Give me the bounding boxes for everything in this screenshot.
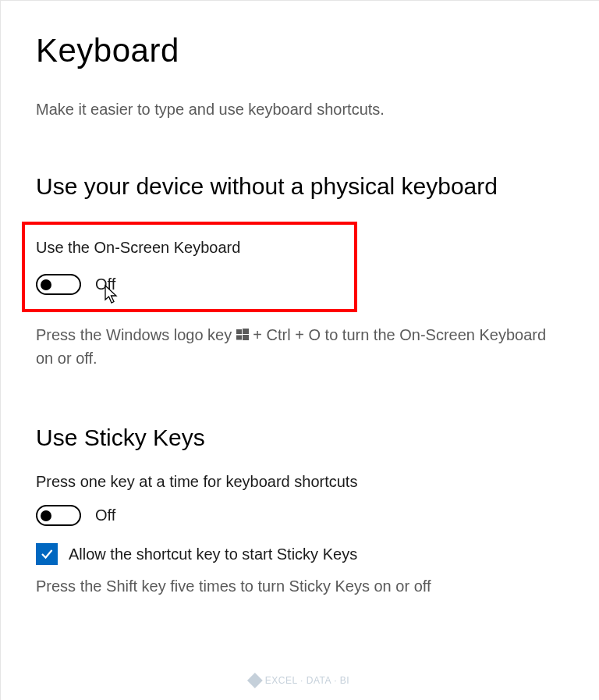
page-title: Keyboard xyxy=(36,32,564,69)
page-subtitle: Make it easier to type and use keyboard … xyxy=(36,101,564,119)
sticky-shortcut-checkbox-label: Allow the shortcut key to start Sticky K… xyxy=(69,545,357,563)
toggle-knob xyxy=(41,279,51,290)
onscreen-toggle-row: Off xyxy=(36,274,343,295)
onscreen-toggle[interactable] xyxy=(36,274,81,295)
svg-rect-3 xyxy=(243,335,249,340)
onscreen-help-text: Press the Windows logo key + Ctrl + O to… xyxy=(36,323,564,370)
highlight-box: Use the On-Screen Keyboard Off xyxy=(22,222,357,312)
sticky-toggle[interactable] xyxy=(36,505,81,526)
watermark-icon xyxy=(247,673,263,688)
section-onscreen-heading: Use your device without a physical keybo… xyxy=(36,173,564,200)
sticky-shortcut-checkbox-row: Allow the shortcut key to start Sticky K… xyxy=(36,543,564,565)
sticky-toggle-label: Press one key at a time for keyboard sho… xyxy=(36,473,564,491)
svg-rect-0 xyxy=(236,329,242,334)
onscreen-toggle-state: Off xyxy=(95,275,115,293)
section-sticky-heading: Use Sticky Keys xyxy=(36,425,564,451)
watermark: EXCEL · DATA · BI xyxy=(250,675,349,686)
sticky-toggle-state: Off xyxy=(95,506,115,524)
windows-logo-icon xyxy=(236,329,249,341)
svg-rect-2 xyxy=(236,336,242,340)
sticky-toggle-row: Off xyxy=(36,505,564,526)
checkmark-icon xyxy=(39,546,55,562)
sticky-help-text: Press the Shift key five times to turn S… xyxy=(36,574,564,598)
svg-rect-1 xyxy=(243,329,249,334)
onscreen-toggle-label: Use the On-Screen Keyboard xyxy=(36,239,343,257)
onscreen-help-before: Press the Windows logo key xyxy=(36,326,236,343)
toggle-knob xyxy=(41,510,51,521)
sticky-shortcut-checkbox[interactable] xyxy=(36,543,58,565)
watermark-text: EXCEL · DATA · BI xyxy=(265,675,349,686)
